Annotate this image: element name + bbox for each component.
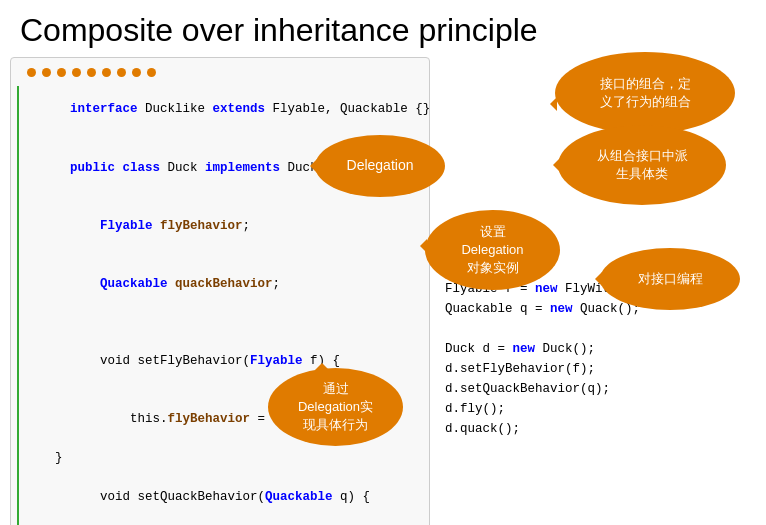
setQuack1: void setQuackBehavior(Quackable q) { bbox=[25, 469, 415, 526]
bubble-set-delegation: 设置Delegation对象实例 bbox=[425, 210, 560, 290]
bubble-delegation: Delegation bbox=[315, 135, 445, 197]
dot-8 bbox=[132, 68, 141, 77]
dot-7 bbox=[117, 68, 126, 77]
client-blank bbox=[445, 319, 756, 339]
green-line bbox=[17, 86, 19, 525]
dot-row bbox=[25, 68, 415, 77]
bubble-interface-programming: 对接口编程 bbox=[600, 248, 740, 310]
dot-2 bbox=[42, 68, 51, 77]
bubble-derive-class: 从组合接口中派生具体类 bbox=[558, 125, 726, 205]
client-line-4: d.setFlyBehavior(f); bbox=[445, 359, 756, 379]
bubble-via-delegation: 通过Delegation实现具体行为 bbox=[268, 368, 403, 446]
blank1 bbox=[25, 314, 415, 333]
field1: Flyable flyBehavior; bbox=[25, 197, 415, 255]
dot-3 bbox=[57, 68, 66, 77]
client-line-3: Duck d = new Duck(); bbox=[445, 339, 756, 359]
interface-line: interface Ducklike extends Flyable, Quac… bbox=[25, 81, 415, 139]
client-line-5: d.setQuackBehavior(q); bbox=[445, 379, 756, 399]
dot-6 bbox=[102, 68, 111, 77]
client-line-7: d.quack(); bbox=[445, 419, 756, 439]
dot-4 bbox=[72, 68, 81, 77]
page-title: Composite over inheritance principle bbox=[0, 0, 766, 57]
dot-1 bbox=[27, 68, 36, 77]
client-line-6: d.fly(); bbox=[445, 399, 756, 419]
setFly3: } bbox=[25, 449, 415, 468]
dot-5 bbox=[87, 68, 96, 77]
code-panel: interface Ducklike extends Flyable, Quac… bbox=[10, 57, 430, 525]
bubble-interface-combination: 接口的组合，定义了行为的组合 bbox=[555, 52, 735, 134]
field2: Quackable quackBehavior; bbox=[25, 255, 415, 313]
dot-9 bbox=[147, 68, 156, 77]
